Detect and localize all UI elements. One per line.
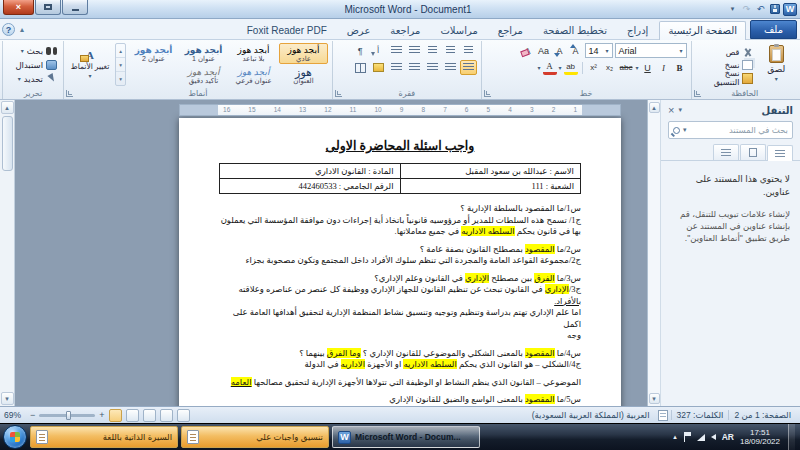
styles-dialog-launcher[interactable] xyxy=(66,90,73,97)
font-color-chevron-down-icon[interactable]: ▾ xyxy=(538,64,541,71)
font-name-combo[interactable]: Arial▾ xyxy=(615,43,687,58)
style-chip[interactable]: أبجد هوزبلا تباعد xyxy=(229,43,278,64)
navigation-pane-scrollbar[interactable]: ▴ ▾ xyxy=(648,100,661,406)
style-chip[interactable]: هوزالعنوان xyxy=(279,65,328,86)
increase-indent-button[interactable] xyxy=(388,43,405,58)
style-chip[interactable]: أبجد هوزعنوان 2 xyxy=(129,43,178,64)
help-icon[interactable]: ? xyxy=(2,23,15,36)
clear-formatting-button[interactable]: A xyxy=(521,43,535,58)
borders-button[interactable] xyxy=(352,60,369,75)
ribbon-tab-1[interactable]: الصفحة الرئيسية xyxy=(659,21,746,40)
navigation-pane-chevron-down-icon[interactable]: ▾ xyxy=(678,106,682,114)
maximize-button[interactable] xyxy=(35,0,61,15)
scrollbar-thumb[interactable] xyxy=(2,116,13,171)
font-size-combo[interactable]: 14▾ xyxy=(585,43,613,58)
format-painter-button[interactable]: نسخ التنسيق xyxy=(696,72,756,84)
change-case-button[interactable]: Aa xyxy=(537,43,551,58)
qat-customize-chevron-down-icon[interactable]: ▾ xyxy=(727,5,738,13)
italic-button[interactable]: I xyxy=(657,60,671,75)
styles-gallery-scrollbar[interactable]: ▴ ▾ ▾ xyxy=(115,43,126,86)
ribbon-tab-2[interactable]: إدراج xyxy=(618,21,657,39)
redo-button[interactable]: ↷ xyxy=(741,4,752,14)
zoom-level[interactable]: 69% xyxy=(4,410,26,420)
search-input[interactable] xyxy=(690,125,788,135)
browse-results-tab[interactable] xyxy=(713,144,739,160)
find-button[interactable]: بحث▾ xyxy=(7,44,59,57)
print-layout-view-button[interactable] xyxy=(109,409,122,422)
justify-button[interactable] xyxy=(406,60,423,75)
scroll-up-icon[interactable]: ▴ xyxy=(649,102,660,113)
change-styles-button[interactable]: A تغيير الأنماط ▾ xyxy=(68,43,112,86)
line-spacing-button[interactable] xyxy=(388,60,405,75)
taskbar-clock[interactable]: 17:51 18/09/2022 xyxy=(740,428,780,446)
subscript-button[interactable]: x₂ xyxy=(603,60,617,75)
minimize-button[interactable] xyxy=(62,0,88,15)
ribbon-tab-0[interactable]: ملف xyxy=(750,20,797,39)
strikethrough-button[interactable]: abc xyxy=(619,60,634,75)
style-chip[interactable]: أبجد هوزعنوان 1 xyxy=(179,43,228,64)
page-indicator[interactable]: الصفحة: 1 من 2 xyxy=(728,410,796,420)
ribbon-tab-3[interactable]: تخطيط الصفحة xyxy=(534,21,616,39)
replace-button[interactable]: استبدال xyxy=(7,58,59,71)
language-indicator[interactable]: العربية (المملكة العربية السعودية) xyxy=(527,410,655,420)
web-layout-view-button[interactable] xyxy=(143,409,156,422)
search-options-chevron-down-icon[interactable]: ▾ xyxy=(683,126,687,134)
show-desktop-button[interactable] xyxy=(788,424,795,450)
cut-button[interactable]: قص xyxy=(696,46,756,58)
paragraph-dialog-launcher[interactable] xyxy=(335,90,342,97)
draft-view-button[interactable] xyxy=(177,409,190,422)
align-center-button[interactable] xyxy=(442,60,459,75)
fullscreen-view-button[interactable] xyxy=(126,409,139,422)
undo-button[interactable]: ↶ xyxy=(755,4,766,14)
numbering-button[interactable] xyxy=(442,43,459,58)
browse-headings-tab[interactable] xyxy=(767,145,793,161)
outline-view-button[interactable] xyxy=(160,409,173,422)
show-paragraph-marks-button[interactable]: ¶ xyxy=(352,43,369,58)
document-search-box[interactable]: ▾ xyxy=(668,121,793,139)
ribbon-tab-7[interactable]: عرض xyxy=(338,21,380,39)
highlight-chevron-down-icon[interactable]: ▾ xyxy=(559,64,562,71)
bullets-button[interactable] xyxy=(460,43,477,58)
text-highlight-button[interactable]: ab xyxy=(564,60,578,75)
font-color-button[interactable]: A xyxy=(543,60,557,75)
align-left-button[interactable] xyxy=(424,60,441,75)
start-button[interactable] xyxy=(3,425,27,449)
save-button[interactable] xyxy=(769,4,780,15)
document-page[interactable]: واجب اسئلة المحاضرة الاولى الاسم : عبدال… xyxy=(179,118,621,406)
paste-button[interactable]: لصق ▾ xyxy=(758,43,794,84)
scroll-up-icon[interactable]: ▴ xyxy=(1,101,14,114)
keyboard-language-indicator[interactable]: AR xyxy=(722,432,734,442)
vertical-scrollbar[interactable]: ▴ ▾ xyxy=(0,100,15,406)
browse-pages-tab[interactable] xyxy=(740,144,766,160)
grow-font-button[interactable]: A xyxy=(569,43,583,58)
styles-scroll-down-icon[interactable]: ▾ xyxy=(116,58,125,72)
word-count[interactable]: الكلمات: 327 xyxy=(671,410,729,420)
navigation-pane-close-icon[interactable]: × xyxy=(668,104,674,116)
network-icon[interactable] xyxy=(697,434,705,441)
horizontal-ruler[interactable]: 12345678910111213141516 xyxy=(179,104,621,116)
font-dialog-launcher[interactable] xyxy=(484,90,491,97)
zoom-slider[interactable] xyxy=(39,414,95,417)
hidden-icons-chevron-icon[interactable]: ▴ xyxy=(673,433,677,441)
word-app-icon[interactable]: W xyxy=(783,3,797,16)
shading-button[interactable] xyxy=(370,60,387,75)
taskbar-item-1[interactable]: تنسيق واجبات علي xyxy=(181,426,329,448)
minimize-ribbon-icon[interactable]: ▴ xyxy=(20,25,24,34)
bold-button[interactable]: B xyxy=(673,60,687,75)
underline-chevron-down-icon[interactable]: ▾ xyxy=(636,64,639,71)
align-right-button[interactable] xyxy=(460,60,477,75)
styles-more-icon[interactable]: ▾ xyxy=(116,72,125,85)
select-button[interactable]: تحديد▾ xyxy=(7,72,59,85)
zoom-out-button[interactable]: − xyxy=(30,410,35,420)
underline-button[interactable]: U xyxy=(641,60,655,75)
volume-icon[interactable] xyxy=(711,434,716,440)
scroll-down-icon[interactable]: ▾ xyxy=(1,392,14,405)
sort-button[interactable]: أ xyxy=(370,43,387,58)
styles-scroll-up-icon[interactable]: ▴ xyxy=(116,44,125,58)
action-center-flag-icon[interactable] xyxy=(683,432,691,442)
style-chip[interactable]: أبجد هوزعنوان فرعي xyxy=(229,65,278,86)
scroll-down-icon[interactable]: ▾ xyxy=(649,393,660,404)
clipboard-dialog-launcher[interactable] xyxy=(694,90,701,97)
close-button[interactable]: × xyxy=(3,0,34,15)
zoom-slider-thumb[interactable] xyxy=(66,411,71,420)
